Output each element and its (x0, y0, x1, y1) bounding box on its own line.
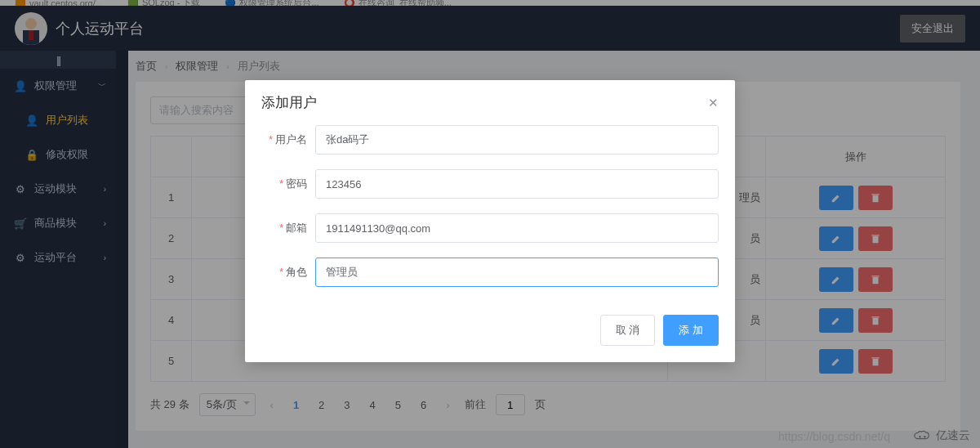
label-username: 用户名 (275, 133, 307, 146)
username-input[interactable] (315, 125, 719, 155)
role-select[interactable] (315, 258, 719, 287)
label-password: 密码 (286, 177, 307, 190)
dialog-title: 添加用户 (261, 93, 317, 112)
cancel-button[interactable]: 取 消 (600, 315, 656, 346)
email-input[interactable] (315, 213, 719, 243)
label-role: 角色 (286, 266, 307, 278)
close-icon[interactable]: ✕ (708, 96, 719, 110)
label-email: 邮箱 (286, 222, 307, 234)
add-button[interactable]: 添 加 (663, 315, 719, 346)
password-input[interactable] (315, 169, 719, 199)
add-user-dialog: 添加用户 ✕ *用户名 *密码 *邮箱 *角色 取 消 添 加 (245, 80, 735, 362)
